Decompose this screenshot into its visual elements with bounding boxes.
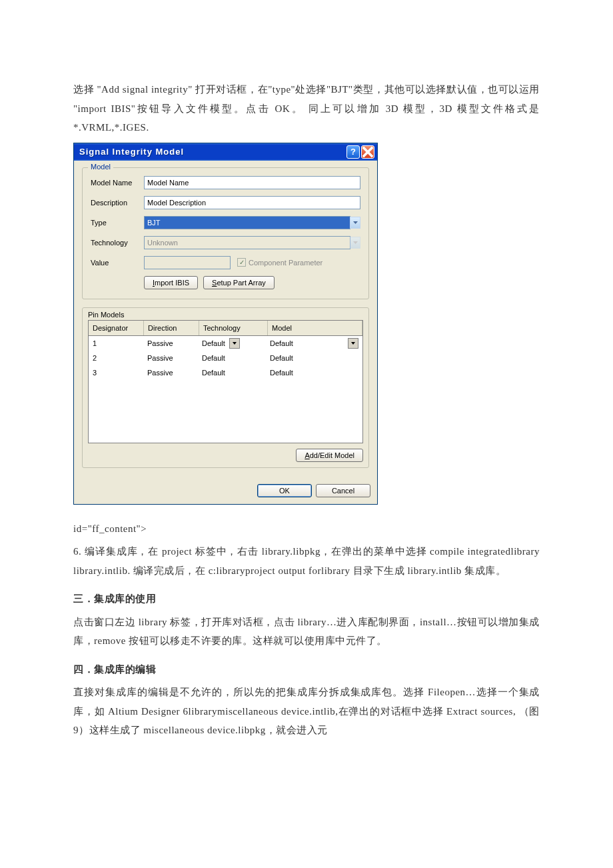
cell-designator: 2	[89, 351, 143, 365]
close-button[interactable]	[361, 145, 374, 159]
label-component-parameter: Component Parameter	[249, 259, 322, 267]
paragraph-section4: 直接对集成库的编辑是不允许的，所以先的把集成库分拆成集成库包。选择 Fileop…	[73, 683, 540, 740]
cell-model: Default	[266, 365, 362, 380]
type-combo[interactable]: BJT	[144, 216, 350, 229]
table-row[interactable]: 1 Passive Default Default	[89, 336, 362, 351]
heading-section4: 四．集成库的编辑	[73, 660, 540, 679]
btn-setup-rest: etup Part Array	[217, 279, 265, 287]
cell-designator: 1	[89, 336, 143, 351]
model-groupbox: Model Model Name Model Name Description …	[82, 167, 369, 299]
dialog-title: Signal Integrity Model	[79, 147, 345, 157]
pin-models-group: Pin Models Designator Direction Technolo…	[82, 307, 369, 468]
cell-model[interactable]: Default	[266, 336, 362, 351]
cell-model: Default	[266, 351, 362, 365]
cell-technology[interactable]: Default	[198, 336, 266, 351]
import-ibis-button[interactable]: Import IBIS	[144, 276, 198, 289]
cell-designator: 3	[89, 365, 143, 380]
cell-technology: Default	[198, 365, 266, 380]
label-technology: Technology	[91, 239, 144, 247]
setup-part-array-button[interactable]: Setup Part Array	[203, 276, 275, 289]
label-description: Description	[91, 199, 144, 207]
chevron-down-icon[interactable]	[350, 217, 360, 229]
col-technology[interactable]: Technology	[199, 321, 268, 336]
dialog-screenshot: Signal Integrity Model ? Model Model Nam…	[73, 143, 540, 505]
grid-header-row: Designator Direction Technology Model	[89, 321, 362, 336]
cell-technology: Default	[198, 351, 266, 365]
chevron-down-icon[interactable]	[229, 338, 240, 349]
chevron-down-icon[interactable]	[348, 338, 358, 349]
chevron-down-icon	[350, 237, 360, 249]
heading-section3: 三．集成库的使用	[73, 589, 540, 609]
paragraph-code: id="ff_content">	[73, 519, 540, 539]
table-row[interactable]: 3 Passive Default Default	[89, 365, 362, 380]
paragraph-step6: 6. 编译集成库，在 project 标签中，右击 library.libpkg…	[73, 542, 540, 580]
cancel-button[interactable]: Cancel	[316, 484, 370, 497]
pin-models-title: Pin Models	[83, 308, 368, 320]
value-field	[144, 256, 231, 269]
groupbox-title: Model	[88, 163, 113, 171]
label-model-name: Model Name	[91, 179, 144, 187]
ok-button[interactable]: OK	[257, 484, 312, 497]
component-parameter-checkbox: ✓ Component Parameter	[237, 258, 322, 267]
pin-models-grid[interactable]: Designator Direction Technology Model	[88, 320, 363, 443]
paragraph-intro: 选择 "Add signal integrity" 打开对话框，在"type"处…	[73, 80, 540, 137]
description-field[interactable]: Model Description	[144, 196, 360, 209]
paragraph-section3: 点击窗口左边 library 标签，打开库对话框，点击 library…进入库配…	[73, 613, 540, 651]
checkbox-icon: ✓	[237, 258, 246, 267]
signal-integrity-dialog: Signal Integrity Model ? Model Model Nam…	[73, 143, 378, 505]
model-name-field[interactable]: Model Name	[144, 176, 360, 189]
technology-combo: Unknown	[144, 236, 350, 249]
cell-direction: Passive	[143, 336, 198, 351]
titlebar[interactable]: Signal Integrity Model ?	[74, 143, 377, 161]
document-page: 选择 "Add signal integrity" 打开对话框，在"type"处…	[0, 0, 613, 868]
table-row[interactable]: 2 Passive Default Default	[89, 351, 362, 365]
cell-direction: Passive	[143, 365, 198, 380]
label-type: Type	[91, 219, 144, 227]
add-edit-model-button[interactable]: Add/Edit Model	[296, 449, 363, 462]
col-model[interactable]: Model	[268, 321, 362, 336]
help-button[interactable]: ?	[346, 145, 360, 159]
col-designator[interactable]: Designator	[89, 321, 144, 336]
col-direction[interactable]: Direction	[144, 321, 199, 336]
cell-direction: Passive	[143, 351, 198, 365]
btn-import-rest: mport IBIS	[155, 279, 189, 287]
label-value: Value	[91, 259, 144, 267]
